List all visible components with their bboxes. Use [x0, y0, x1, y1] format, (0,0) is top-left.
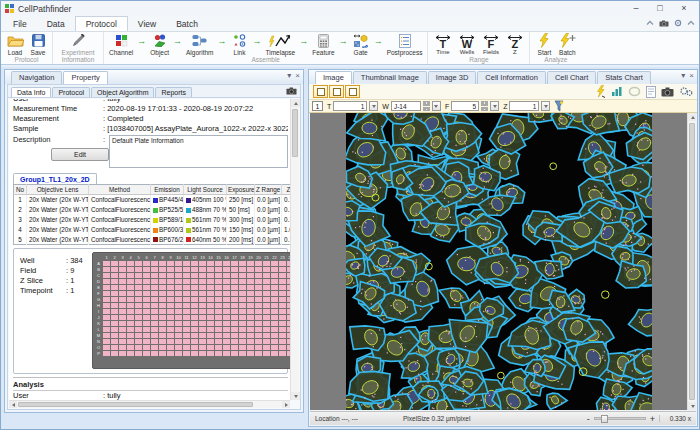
plate-well[interactable]: [279, 327, 286, 332]
plate-well[interactable]: [111, 321, 118, 326]
plate-well[interactable]: [247, 345, 254, 350]
plate-well[interactable]: [239, 351, 246, 356]
plate-well[interactable]: [159, 327, 166, 332]
plate-well[interactable]: [175, 303, 182, 308]
zoom-in-button[interactable]: +: [650, 414, 655, 424]
plate-well[interactable]: [103, 297, 110, 302]
plate-well[interactable]: [207, 273, 214, 278]
plate-well[interactable]: [159, 285, 166, 290]
table-column-header[interactable]: Z Range: [255, 185, 282, 195]
postprocess-button[interactable]: Postprocess: [385, 33, 425, 56]
plate-well[interactable]: [199, 285, 206, 290]
plate-well[interactable]: [103, 261, 110, 266]
subtab-data-info[interactable]: Data Info: [11, 87, 51, 97]
gate-button[interactable]: Gate: [350, 33, 372, 56]
plate-well[interactable]: [175, 297, 182, 302]
plate-well[interactable]: [111, 273, 118, 278]
plate-well[interactable]: [231, 315, 238, 320]
plate-well[interactable]: [167, 285, 174, 290]
plate-well[interactable]: [239, 297, 246, 302]
plate-well[interactable]: [271, 315, 278, 320]
plate-well[interactable]: [191, 315, 198, 320]
chevron-up-icon-2[interactable]: [687, 20, 695, 26]
plate-well[interactable]: [279, 321, 286, 326]
plate-well[interactable]: [135, 321, 142, 326]
plate-well[interactable]: [103, 327, 110, 332]
plate-well[interactable]: [135, 279, 142, 284]
plate-well[interactable]: [175, 279, 182, 284]
plate-well[interactable]: [215, 261, 222, 266]
plate-well[interactable]: [127, 315, 134, 320]
auto-run-lightning-icon[interactable]: [596, 85, 606, 98]
plate-well[interactable]: [127, 279, 134, 284]
plate-well[interactable]: [103, 333, 110, 338]
channel-row[interactable]: 220x Water (20x W-YT)ConfocalFluorescenc…: [14, 205, 291, 215]
plate-well[interactable]: [199, 315, 206, 320]
plate-well[interactable]: [263, 315, 270, 320]
plate-well[interactable]: [231, 345, 238, 350]
gear-icon[interactable]: [674, 19, 682, 27]
plate-well[interactable]: [175, 321, 182, 326]
plate-well[interactable]: [167, 309, 174, 314]
plate-well[interactable]: [167, 303, 174, 308]
report-icon[interactable]: [646, 86, 656, 98]
plate-well[interactable]: [231, 285, 238, 290]
plate-well[interactable]: [207, 291, 214, 296]
plate-well[interactable]: [239, 273, 246, 278]
plate-well[interactable]: [207, 315, 214, 320]
plate-well[interactable]: [231, 297, 238, 302]
plate-well[interactable]: [271, 279, 278, 284]
plate-map[interactable]: 123456789101112131415161718192021222324A…: [92, 252, 290, 369]
plate-well[interactable]: [103, 339, 110, 344]
plate-well[interactable]: [255, 285, 262, 290]
panel-close-icon[interactable]: ×: [689, 72, 694, 80]
plate-well[interactable]: [239, 279, 246, 284]
plate-well[interactable]: [175, 273, 182, 278]
plate-well[interactable]: [159, 339, 166, 344]
plate-well[interactable]: [223, 261, 230, 266]
plate-well[interactable]: [239, 267, 246, 272]
plate-well[interactable]: [271, 303, 278, 308]
algorithm-button[interactable]: Algorithm: [184, 33, 215, 56]
camera-icon[interactable]: [286, 87, 297, 95]
close-button[interactable]: ×: [673, 3, 695, 15]
plate-well[interactable]: [159, 321, 166, 326]
plate-well[interactable]: [127, 345, 134, 350]
plate-well[interactable]: [223, 267, 230, 272]
plate-well[interactable]: [111, 303, 118, 308]
plate-well[interactable]: [103, 345, 110, 350]
plate-well[interactable]: [215, 285, 222, 290]
table-column-header[interactable]: Objective Lens: [27, 185, 89, 195]
plate-well[interactable]: [127, 261, 134, 266]
plate-well[interactable]: [103, 351, 110, 356]
left-horizontal-scrollbar[interactable]: [9, 400, 290, 408]
plate-well[interactable]: [247, 333, 254, 338]
plate-well[interactable]: [159, 291, 166, 296]
subtab-reports[interactable]: Reports: [155, 87, 192, 97]
plate-well[interactable]: [271, 273, 278, 278]
channel-row[interactable]: 420x Water (20x W-YT)ConfocalFluorescenc…: [14, 225, 291, 235]
plate-well[interactable]: [207, 285, 214, 290]
plate-well[interactable]: [111, 333, 118, 338]
plate-well[interactable]: [199, 291, 206, 296]
plate-well[interactable]: [255, 333, 262, 338]
plate-well[interactable]: [119, 267, 126, 272]
plate-well[interactable]: [135, 309, 142, 314]
plate-well[interactable]: [183, 267, 190, 272]
plate-well[interactable]: [255, 267, 262, 272]
plate-well[interactable]: [279, 267, 286, 272]
plate-well[interactable]: [127, 291, 134, 296]
menu-tab-protocol[interactable]: Protocol: [75, 16, 128, 31]
plate-well[interactable]: [247, 309, 254, 314]
plate-well[interactable]: [271, 297, 278, 302]
plate-well[interactable]: [191, 291, 198, 296]
plate-well[interactable]: [215, 333, 222, 338]
plate-well[interactable]: [279, 345, 286, 350]
plate-well[interactable]: [127, 327, 134, 332]
plate-well[interactable]: [151, 333, 158, 338]
plate-well[interactable]: [271, 285, 278, 290]
plate-well[interactable]: [271, 339, 278, 344]
plate-well[interactable]: [207, 267, 214, 272]
plate-well[interactable]: [127, 297, 134, 302]
plate-well[interactable]: [215, 303, 222, 308]
